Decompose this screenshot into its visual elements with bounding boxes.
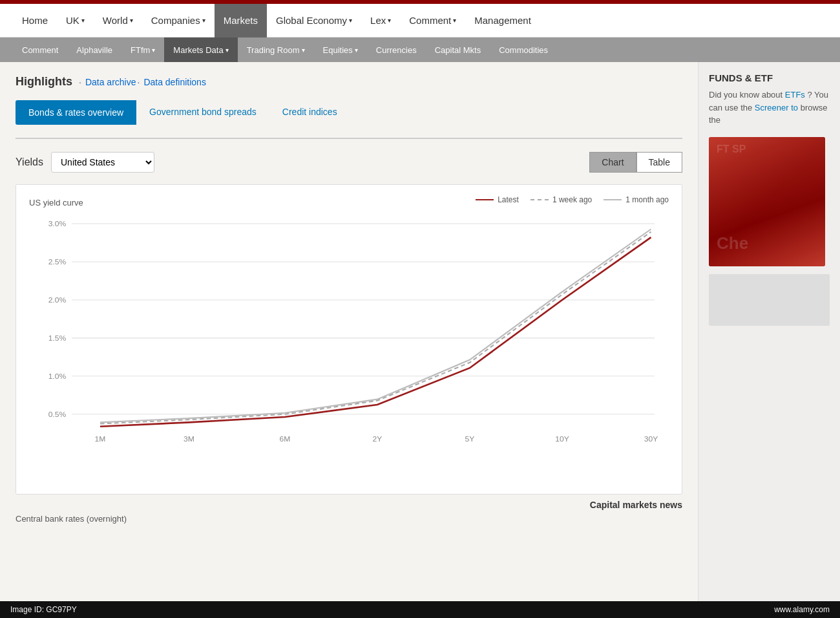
legend-line-month-ago xyxy=(604,199,622,200)
svg-text:5Y: 5Y xyxy=(465,434,475,443)
capital-markets-label: Capital markets news xyxy=(16,500,682,510)
legend-latest-label: Latest xyxy=(498,195,519,204)
legend-month-ago-label: 1 month ago xyxy=(625,195,669,204)
svg-text:3M: 3M xyxy=(184,434,194,443)
svg-text:1M: 1M xyxy=(95,434,106,443)
tab-bar: Bonds & rates overview Government bond s… xyxy=(16,100,682,125)
yields-left: Yields United States United Kingdom Germ… xyxy=(16,152,154,173)
highlights-bar: Highlights · Data archive · Data definit… xyxy=(16,75,682,89)
nav-markets-data[interactable]: Markets Data ▾ xyxy=(164,37,237,62)
screener-link[interactable]: Screener to xyxy=(755,103,798,112)
highlights-label: Highlights xyxy=(16,75,72,89)
table-button[interactable]: Table xyxy=(636,152,682,173)
legend-month-ago: 1 month ago xyxy=(604,195,669,204)
chart-button[interactable]: Chart xyxy=(589,152,636,173)
sidebar-text: Did you know about ETFs ? You can use th… xyxy=(709,89,830,127)
chart-table-buttons: Chart Table xyxy=(589,152,682,173)
nav-equities[interactable]: Equities ▾ xyxy=(314,37,367,62)
tab-credit-indices[interactable]: Credit indices xyxy=(269,100,350,125)
etfs-link[interactable]: ETFs xyxy=(785,90,805,100)
main-layout: Highlights · Data archive · Data definit… xyxy=(0,62,840,618)
nav-lex[interactable]: Lex ▾ xyxy=(361,4,400,37)
nav-management[interactable]: Management xyxy=(465,4,540,37)
chart-container: US yield curve Latest 1 week ago 1 month… xyxy=(16,184,682,495)
chart-legend: Latest 1 week ago 1 month ago xyxy=(476,195,669,204)
sidebar-text1: Did you know about xyxy=(709,90,782,100)
yield-curve-chart: 3.0% 2.5% 2.0% 1.5% 1.0% 0.5% 1M 3M 6M 2… xyxy=(29,210,669,469)
nav-alphaville[interactable]: Alphaville xyxy=(67,37,121,62)
svg-text:2.0%: 2.0% xyxy=(48,295,67,304)
svg-text:6M: 6M xyxy=(280,434,291,443)
image-id: Image ID: GC97PY xyxy=(10,605,77,614)
nav-home[interactable]: Home xyxy=(13,4,57,37)
nav-ftfm[interactable]: FTfm ▾ xyxy=(121,37,164,62)
country-select[interactable]: United States United Kingdom Germany Jap… xyxy=(51,152,154,173)
secondary-nav: Comment Alphaville FTfm ▾ Markets Data ▾… xyxy=(0,37,840,62)
legend-line-week-ago xyxy=(530,199,549,200)
bottom-bar: Image ID: GC97PY www.alamy.com xyxy=(0,601,840,618)
nav-global-economy[interactable]: Global Economy ▾ xyxy=(267,4,361,37)
svg-text:0.5%: 0.5% xyxy=(48,410,67,419)
nav-markets[interactable]: Markets xyxy=(215,4,267,37)
tab-gov-bond-spreads[interactable]: Government bond spreads xyxy=(136,100,269,125)
nav-uk[interactable]: UK ▾ xyxy=(57,4,94,37)
svg-text:1.0%: 1.0% xyxy=(48,372,67,381)
nav-trading-room[interactable]: Trading Room ▾ xyxy=(238,37,314,62)
yields-label: Yields xyxy=(16,156,43,168)
separator2: · xyxy=(137,77,140,87)
nav-currencies[interactable]: Currencies xyxy=(367,37,426,62)
legend-line-latest xyxy=(476,199,494,200)
month-ago-line xyxy=(100,229,651,422)
tab-separator xyxy=(16,138,682,139)
nav-comment[interactable]: Comment ▾ xyxy=(400,4,465,37)
nav-world[interactable]: World ▾ xyxy=(94,4,142,37)
svg-text:30Y: 30Y xyxy=(644,434,658,443)
sidebar-title: FUNDS & ETF xyxy=(709,72,830,83)
svg-text:3.0%: 3.0% xyxy=(48,220,67,229)
separator1: · xyxy=(79,77,81,87)
legend-week-ago-label: 1 week ago xyxy=(552,195,592,204)
latest-line xyxy=(100,237,651,427)
svg-text:1.5%: 1.5% xyxy=(48,334,67,343)
legend-latest: Latest xyxy=(476,195,519,204)
week-ago-line xyxy=(100,232,651,424)
svg-text:10Y: 10Y xyxy=(555,434,569,443)
yields-row: Yields United States United Kingdom Germ… xyxy=(16,152,682,173)
data-definitions-link[interactable]: Data definitions xyxy=(143,77,206,87)
legend-week-ago: 1 week ago xyxy=(530,195,592,204)
svg-text:2Y: 2Y xyxy=(373,434,383,443)
image-site: www.alamy.com xyxy=(774,605,830,614)
nav-capital-mkts[interactable]: Capital Mkts xyxy=(426,37,490,62)
tab-bonds-rates[interactable]: Bonds & rates overview xyxy=(16,100,136,125)
primary-nav: Home UK ▾ World ▾ Companies ▾ Markets Gl… xyxy=(0,4,840,37)
content-area: Highlights · Data archive · Data definit… xyxy=(0,62,698,618)
sidebar: FUNDS & ETF Did you know about ETFs ? Yo… xyxy=(698,62,840,618)
central-bank-rates-label: Central bank rates (overnight) xyxy=(16,514,682,524)
svg-text:2.5%: 2.5% xyxy=(48,257,67,266)
sidebar-placeholder-1 xyxy=(709,274,830,326)
data-archive-link[interactable]: Data archive xyxy=(85,77,136,87)
sidebar-small-boxes xyxy=(709,274,830,326)
ad-box: FT SP Che xyxy=(709,137,825,266)
nav-commodities[interactable]: Commodities xyxy=(490,37,557,62)
nav-companies[interactable]: Companies ▾ xyxy=(142,4,215,37)
ad-overlay xyxy=(709,137,825,266)
nav-comment-secondary[interactable]: Comment xyxy=(13,37,67,62)
